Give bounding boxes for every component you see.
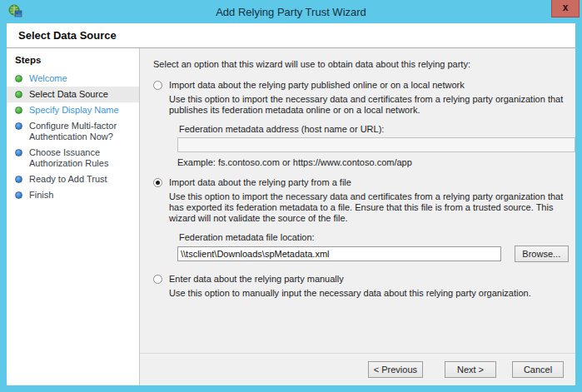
footer-button-bar: < Previous Next > Cancel <box>140 353 575 385</box>
sidebar-item-finish: Finish <box>7 187 139 203</box>
sidebar-item-configure-mfa: Configure Multi-factor Authentication No… <box>7 118 139 145</box>
radio-import-online[interactable] <box>153 81 162 90</box>
step-label: Choose Issuance Authorization Rules <box>29 147 136 169</box>
page-title: Select Data Source <box>7 23 575 47</box>
step-bullet-icon <box>15 91 22 98</box>
step-label: Select Data Source <box>29 89 108 100</box>
step-bullet-icon <box>15 122 22 130</box>
sidebar-item-ready-to-add-trust: Ready to Add Trust <box>7 171 139 187</box>
radio-import-online-label[interactable]: Import data about the relying party publ… <box>169 80 465 90</box>
metadata-file-label: Federation metadata file location: <box>179 232 569 242</box>
sidebar-item-choose-issuance-rules: Choose Issuance Authorization Rules <box>7 145 139 171</box>
sidebar-item-select-data-source: Select Data Source <box>7 87 139 102</box>
cancel-button[interactable]: Cancel <box>512 361 564 378</box>
browse-button[interactable]: Browse... <box>515 246 569 262</box>
close-button[interactable]: x <box>551 0 580 17</box>
sidebar-item-welcome[interactable]: Welcome <box>7 71 139 87</box>
step-label: Ready to Add Trust <box>29 174 107 185</box>
radio-import-file[interactable] <box>153 178 162 187</box>
metadata-address-label: Federation metadata address (host name o… <box>179 124 569 134</box>
option-online-description: Use this option to import the necessary … <box>169 94 569 116</box>
sidebar-item-specify-display-name[interactable]: Specify Display Name <box>7 102 139 118</box>
intro-text: Select an option that this wizard will u… <box>153 59 569 69</box>
step-bullet-icon <box>15 191 22 199</box>
step-label: Specify Display Name <box>29 105 119 116</box>
radio-enter-manually[interactable] <box>153 275 162 284</box>
radio-enter-manually-label[interactable]: Enter data about the relying party manua… <box>169 274 344 284</box>
step-bullet-icon <box>15 176 22 183</box>
title-bar: Add Relying Party Trust Wizard x <box>0 0 582 23</box>
steps-sidebar: Steps Welcome Select Data Source Specify… <box>7 48 140 385</box>
next-button[interactable]: Next > <box>445 361 496 378</box>
window-title: Add Relying Party Trust Wizard <box>0 6 582 18</box>
dialog-body: Select Data Source Steps Welcome Select … <box>7 23 575 385</box>
option-file-description: Use this option to import the necessary … <box>169 191 569 224</box>
step-label: Configure Multi-factor Authentication No… <box>29 121 136 142</box>
step-bullet-icon <box>15 75 22 82</box>
metadata-file-input[interactable] <box>177 246 501 261</box>
main-panel: Select an option that this wizard will u… <box>140 48 575 385</box>
metadata-address-input[interactable] <box>177 137 575 152</box>
wizard-window: Add Relying Party Trust Wizard x Select … <box>0 0 582 392</box>
step-bullet-icon <box>15 149 22 156</box>
app-icon <box>8 4 22 18</box>
option-manual-description: Use this option to manually input the ne… <box>169 288 569 299</box>
step-bullet-icon <box>15 107 22 114</box>
step-label: Finish <box>29 190 53 201</box>
previous-button[interactable]: < Previous <box>368 361 423 378</box>
radio-import-file-label[interactable]: Import data about the relying party from… <box>169 177 351 187</box>
metadata-address-example: Example: fs.contoso.com or https://www.c… <box>177 157 569 167</box>
step-label: Welcome <box>29 73 67 84</box>
steps-heading: Steps <box>7 53 139 71</box>
